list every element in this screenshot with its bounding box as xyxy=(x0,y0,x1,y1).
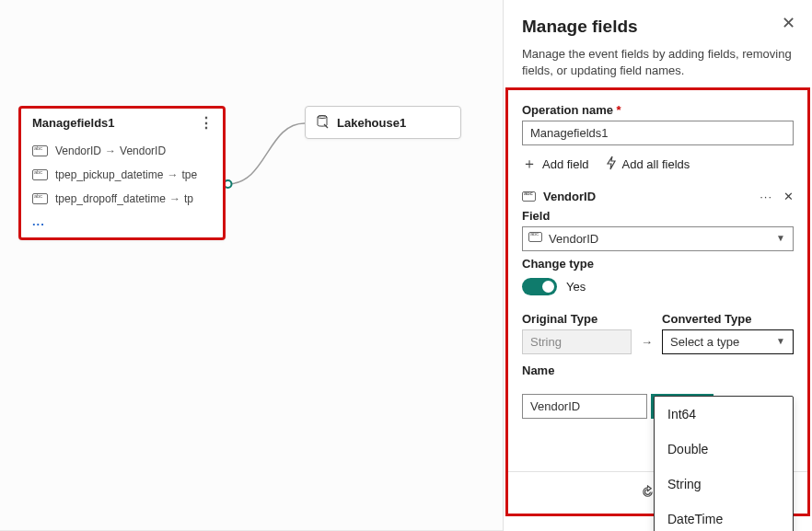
converted-type-dropdown: Int64 Double String DateTime xyxy=(654,396,794,531)
node-menu-icon[interactable]: ⋮ xyxy=(199,119,214,128)
toggle-value-label: Yes xyxy=(566,280,586,294)
field-type-icon xyxy=(32,169,48,180)
refresh-icon[interactable] xyxy=(641,485,655,502)
dropdown-option[interactable]: DateTime xyxy=(655,502,793,531)
more-icon[interactable]: ··· xyxy=(760,190,772,203)
node-field-row: VendorID → VendorID xyxy=(21,139,223,163)
converted-type-label: Converted Type xyxy=(662,312,794,326)
field-label: Field xyxy=(522,209,794,223)
name-input[interactable] xyxy=(522,394,647,419)
add-all-fields-button[interactable]: Add all fields xyxy=(606,155,690,174)
node-lakehouse[interactable]: Lakehouse1 xyxy=(305,106,461,139)
dropdown-option[interactable]: String xyxy=(655,467,793,502)
svg-point-1 xyxy=(318,115,327,118)
highlighted-region: Operation name * ＋ Add field Add all fie… xyxy=(505,87,810,516)
node-manage-fields[interactable]: Managefields1 ⋮ VendorID → VendorID tpep… xyxy=(18,106,226,240)
panel-title: Manage fields xyxy=(522,17,794,37)
field-type-icon xyxy=(32,193,48,204)
change-type-label: Change type xyxy=(522,257,794,271)
close-icon[interactable]: ✕ xyxy=(782,13,795,33)
node-more-indicator[interactable]: ... xyxy=(21,211,223,232)
chevron-down-icon: ▼ xyxy=(776,233,785,243)
design-canvas[interactable]: Managefields1 ⋮ VendorID → VendorID tpep… xyxy=(0,0,503,531)
connection-edge xyxy=(0,0,503,531)
field-section-header: VendorID xyxy=(543,190,596,203)
node-title-label: Managefields1 xyxy=(32,116,115,130)
arrow-icon: → xyxy=(169,192,180,205)
dropdown-option[interactable]: Int64 xyxy=(655,397,793,432)
add-field-button[interactable]: ＋ Add field xyxy=(522,155,589,174)
node-field-row: tpep_dropoff_datetime → tp xyxy=(21,187,223,211)
chevron-down-icon: ▼ xyxy=(776,336,785,346)
panel-description: Manage the event fields by adding fields… xyxy=(522,46,794,78)
dropdown-option[interactable]: Double xyxy=(655,432,793,467)
arrow-icon: → xyxy=(105,144,116,157)
operation-name-label: Operation name * xyxy=(522,103,794,117)
lightning-icon xyxy=(606,156,617,173)
field-type-icon xyxy=(32,145,48,156)
lakehouse-icon xyxy=(315,114,330,132)
manage-fields-panel: Manage fields ✕ Manage the event fields … xyxy=(503,0,812,531)
field-select[interactable]: VendorID ▼ xyxy=(522,226,794,251)
change-type-toggle[interactable] xyxy=(522,278,557,295)
original-type-label: Original Type xyxy=(522,312,632,326)
arrow-icon: → xyxy=(641,335,653,354)
node-field-row: tpep_pickup_datetime → tpe xyxy=(21,163,223,187)
name-label: Name xyxy=(522,364,794,377)
plus-icon: ＋ xyxy=(522,155,537,174)
node-title-label: Lakehouse1 xyxy=(337,116,406,130)
remove-field-icon[interactable]: ✕ xyxy=(783,190,794,203)
converted-type-select[interactable]: Select a type ▼ xyxy=(662,329,794,354)
original-type-field: String xyxy=(522,329,632,354)
operation-name-input[interactable] xyxy=(522,121,794,145)
field-type-icon xyxy=(522,191,536,202)
arrow-icon: → xyxy=(167,168,178,181)
field-type-icon xyxy=(528,232,542,242)
